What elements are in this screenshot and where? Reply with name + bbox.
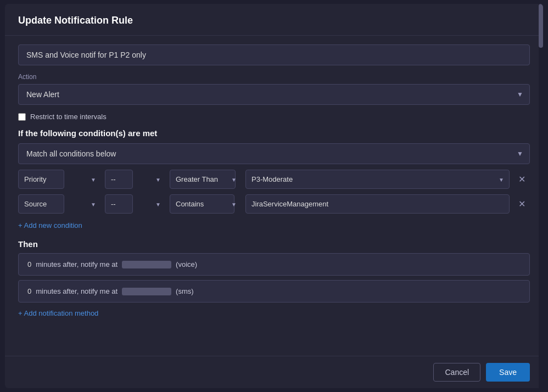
source-field-select[interactable]: Source Priority Tags bbox=[18, 194, 64, 214]
source-dash-select[interactable]: -- bbox=[105, 194, 133, 214]
restrict-label: Restrict to time intervals bbox=[30, 113, 107, 121]
conditions-title: If the following condition(s) are met bbox=[18, 128, 530, 138]
priority-field-select[interactable]: Priority Source Tags bbox=[18, 170, 64, 189]
modal-dialog: Update Notification Rule Action New Aler… bbox=[5, 4, 543, 388]
action-select-wrapper: New Alert Acknowledged Closed Assigned ▼ bbox=[18, 84, 530, 105]
add-condition-button[interactable]: + Add new condition bbox=[18, 219, 82, 232]
modal-title: Update Notification Rule bbox=[18, 15, 530, 26]
source-field-chevron-icon: ▼ bbox=[91, 201, 96, 207]
match-select[interactable]: Match all conditions below Match any con… bbox=[18, 143, 530, 164]
source-value-wrap bbox=[245, 194, 510, 214]
source-operator-wrap: Contains Equals Not Contains ▼ bbox=[170, 194, 241, 214]
scrollbar-thumb bbox=[539, 4, 543, 48]
priority-dash-select[interactable]: -- bbox=[105, 170, 133, 189]
delete-condition-1-button[interactable]: ✕ bbox=[514, 172, 530, 187]
priority-dash-chevron-icon: ▼ bbox=[155, 176, 161, 182]
add-notification-button[interactable]: + Add notification method bbox=[18, 307, 98, 320]
priority-field-chevron-icon: ▼ bbox=[91, 176, 96, 182]
priority-value-select[interactable]: P3-Moderate P1-Critical P2-High P4-Low bbox=[245, 170, 510, 189]
priority-operator-select[interactable]: Greater Than Less Than Equals bbox=[170, 170, 236, 189]
match-select-wrapper: Match all conditions below Match any con… bbox=[18, 143, 530, 164]
source-value-input[interactable] bbox=[245, 194, 510, 214]
scrollbar-track bbox=[539, 4, 543, 388]
notify-1-contact bbox=[122, 261, 171, 268]
cancel-button[interactable]: Cancel bbox=[433, 363, 480, 382]
modal-footer: Cancel Save bbox=[5, 356, 543, 388]
condition-row-1: Priority Source Tags ▼ -- ▼ bbox=[18, 170, 530, 189]
notify-1-text: minutes after, notify me at bbox=[36, 260, 118, 268]
action-select[interactable]: New Alert Acknowledged Closed Assigned bbox=[18, 84, 530, 105]
notify-1-minutes: 0 bbox=[27, 260, 31, 268]
delete-condition-2-button[interactable]: ✕ bbox=[514, 197, 530, 212]
source-operator-select[interactable]: Contains Equals Not Contains bbox=[170, 194, 234, 214]
source-field-wrap: Source Priority Tags ▼ bbox=[18, 194, 100, 214]
priority-field-wrap: Priority Source Tags ▼ bbox=[18, 170, 100, 189]
modal-body: Action New Alert Acknowledged Closed Ass… bbox=[5, 36, 543, 356]
notify-2-text: minutes after, notify me at bbox=[36, 287, 118, 295]
priority-operator-wrap: Greater Than Less Than Equals ▼ bbox=[170, 170, 241, 189]
restrict-checkbox[interactable] bbox=[18, 113, 26, 121]
modal-header: Update Notification Rule bbox=[5, 4, 543, 36]
restrict-row: Restrict to time intervals bbox=[18, 113, 530, 121]
notify-2-type: (sms) bbox=[176, 287, 194, 295]
source-dash-chevron-icon: ▼ bbox=[155, 201, 161, 207]
rule-name-input[interactable] bbox=[18, 44, 530, 65]
condition-row-2: Source Priority Tags ▼ -- ▼ bbox=[18, 194, 530, 214]
notify-row-1: 0 minutes after, notify me at (voice) bbox=[18, 253, 530, 276]
conditions-section: If the following condition(s) are met Ma… bbox=[18, 128, 530, 232]
notify-2-minutes: 0 bbox=[27, 287, 31, 295]
notify-row-2: 0 minutes after, notify me at (sms) bbox=[18, 280, 530, 303]
overlay: Update Notification Rule Action New Aler… bbox=[0, 0, 548, 392]
then-title: Then bbox=[18, 239, 530, 249]
priority-value-wrap: P3-Moderate P1-Critical P2-High P4-Low ▼ bbox=[245, 170, 510, 189]
save-button[interactable]: Save bbox=[486, 363, 530, 382]
action-field: Action New Alert Acknowledged Closed Ass… bbox=[18, 73, 530, 105]
then-section: Then 0 minutes after, notify me at (voic… bbox=[18, 239, 530, 320]
notify-2-contact bbox=[122, 288, 171, 295]
notify-1-type: (voice) bbox=[176, 260, 197, 268]
source-dash-wrap: -- ▼ bbox=[105, 194, 165, 214]
action-label: Action bbox=[18, 73, 530, 81]
priority-dash-wrap: -- ▼ bbox=[105, 170, 165, 189]
